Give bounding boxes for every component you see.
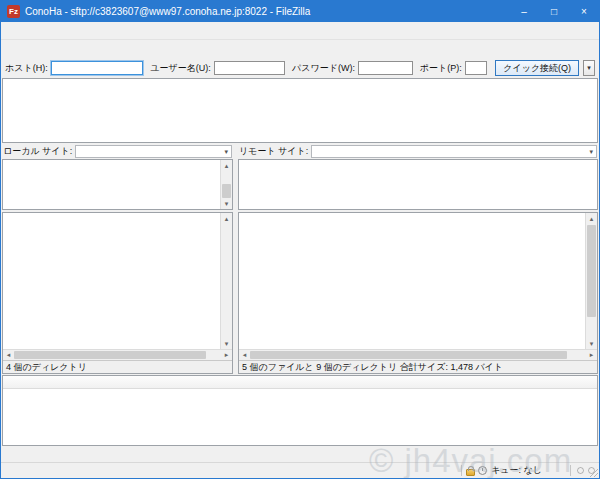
queue-status-text: キュー: なし	[491, 464, 542, 477]
password-label: パスワード(W):	[292, 62, 355, 75]
local-directory-tree: ▴ ▾	[2, 159, 233, 210]
scroll-up-icon[interactable]: ▴	[221, 160, 232, 171]
local-site-label: ローカル サイト:	[3, 145, 72, 158]
remote-list-hscrollbar[interactable]: ◂ ▸	[239, 349, 597, 360]
scrollbar-thumb[interactable]	[250, 351, 567, 359]
local-list-hscrollbar[interactable]: ◂ ▸	[3, 349, 232, 360]
window-title: ConoHa - sftp://c3823607@www97.conoha.ne…	[25, 6, 509, 17]
local-list-status: 4 個のディレクトリ	[3, 360, 232, 373]
divider	[461, 465, 462, 476]
scroll-down-icon[interactable]: ▾	[221, 338, 232, 349]
queue-tabs	[1, 446, 599, 462]
title-bar: Fz ConoHa - sftp://c3823607@www97.conoha…	[1, 1, 599, 22]
toolbar	[1, 40, 599, 58]
remote-list-vscrollbar[interactable]: ▴ ▾	[585, 213, 597, 349]
scroll-right-icon[interactable]: ▸	[586, 350, 597, 360]
remote-list-status: 5 個のファイルと 9 個のディレクトリ 合計サイズ: 1,478 バイト	[239, 360, 597, 373]
clock-icon	[478, 466, 487, 475]
scroll-up-icon[interactable]: ▴	[221, 213, 232, 224]
window-controls: – □ ×	[509, 1, 599, 22]
scrollbar-thumb[interactable]	[587, 225, 596, 317]
host-label: ホスト(H):	[5, 62, 48, 75]
quickconnect-bar: ホスト(H): ユーザー名(U): パスワード(W): ポート(P): クイック…	[1, 58, 599, 78]
queue-body	[3, 389, 597, 445]
lock-icon	[466, 469, 475, 476]
local-file-list: ▴ ▾ ◂ ▸ 4 個のディレクトリ	[2, 212, 233, 374]
remote-file-list: ▴ ▾ ◂ ▸ 5 個のファイルと 9 個のディレクトリ 合計サイズ: 1,47…	[238, 212, 598, 374]
local-tree-vscrollbar[interactable]: ▴ ▾	[220, 160, 232, 209]
local-tree-pane: ローカル サイト: ▾ ▴ ▾	[1, 144, 234, 211]
remote-directory-tree	[238, 159, 598, 210]
username-input[interactable]	[214, 61, 285, 75]
quickconnect-dropdown-button[interactable]: ▾	[583, 60, 595, 76]
scroll-down-icon[interactable]: ▾	[586, 338, 597, 349]
scroll-up-icon[interactable]: ▴	[586, 213, 597, 224]
scrollbar-thumb[interactable]	[222, 184, 231, 198]
scroll-right-icon[interactable]: ▸	[221, 350, 232, 360]
menu-bar	[1, 22, 599, 40]
close-button[interactable]: ×	[569, 1, 599, 22]
message-log	[2, 78, 598, 143]
host-input[interactable]	[51, 61, 144, 75]
send-indicator-led	[577, 467, 584, 474]
remote-tree-pane: リモート サイト: ▾	[237, 144, 599, 211]
directory-trees: ローカル サイト: ▾ ▴ ▾ リモート サイト: ▾	[1, 144, 599, 211]
remote-site-label: リモート サイト:	[239, 145, 308, 158]
scroll-left-icon[interactable]: ◂	[3, 350, 14, 360]
quickconnect-button[interactable]: クイック接続(Q)	[495, 60, 579, 76]
username-label: ユーザー名(U):	[150, 62, 210, 75]
minimize-button[interactable]: –	[509, 1, 539, 22]
status-bar: キュー: なし	[1, 462, 599, 478]
divider	[570, 465, 571, 476]
file-lists: ▴ ▾ ◂ ▸ 4 個のディレクトリ ▴	[1, 212, 599, 374]
filezilla-window: Fz ConoHa - sftp://c3823607@www97.conoha…	[0, 0, 600, 479]
remote-path-combobox[interactable]: ▾	[311, 145, 597, 158]
port-label: ポート(P):	[420, 62, 462, 75]
scrollbar-thumb[interactable]	[14, 351, 206, 359]
local-list-vscrollbar[interactable]: ▴ ▾	[220, 213, 232, 349]
local-path-combobox[interactable]: ▾	[75, 145, 232, 158]
chevron-down-icon: ▾	[224, 148, 228, 156]
password-input[interactable]	[358, 61, 413, 75]
filezilla-app-icon: Fz	[7, 5, 20, 18]
maximize-button[interactable]: □	[539, 1, 569, 22]
chevron-down-icon: ▾	[589, 148, 593, 156]
port-input[interactable]	[465, 61, 488, 75]
scroll-down-icon[interactable]: ▾	[221, 198, 232, 209]
scroll-left-icon[interactable]: ◂	[239, 350, 250, 360]
transfer-queue	[2, 375, 598, 446]
